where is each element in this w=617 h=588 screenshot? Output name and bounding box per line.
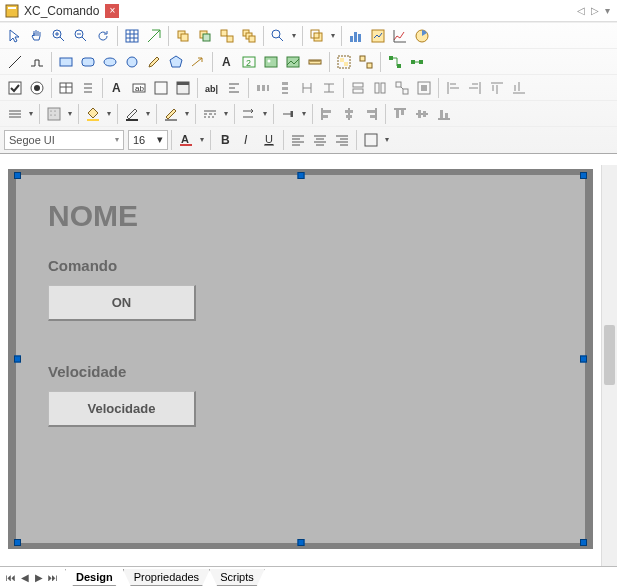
space-v-button[interactable] xyxy=(318,77,340,99)
panel-tool[interactable] xyxy=(172,77,194,99)
tab-next-button[interactable]: ▶ xyxy=(32,572,46,583)
design-canvas[interactable]: NOME Comando ON Velocidade Velocidade xyxy=(8,169,593,549)
zoom-out-button[interactable] xyxy=(70,25,92,47)
vertical-scrollbar[interactable] xyxy=(601,165,617,566)
center-in-form-button[interactable] xyxy=(413,77,435,99)
borders-dropdown[interactable]: ▾ xyxy=(382,135,392,144)
line-color-button[interactable] xyxy=(121,103,143,125)
tab-menu-button[interactable]: ▾ xyxy=(605,5,610,16)
align-button-2[interactable] xyxy=(464,77,486,99)
back-color-dropdown[interactable]: ▾ xyxy=(182,109,192,118)
end-cap-dropdown[interactable]: ▾ xyxy=(299,109,309,118)
selection-handle[interactable] xyxy=(580,356,587,363)
dash-style-button[interactable] xyxy=(199,103,221,125)
tab-design[interactable]: Design xyxy=(65,569,124,586)
align-text-tool[interactable] xyxy=(223,77,245,99)
arrow-style-dropdown[interactable]: ▾ xyxy=(260,109,270,118)
velocidade-button[interactable]: Velocidade xyxy=(48,391,196,427)
velocidade-label[interactable]: Velocidade xyxy=(48,363,126,380)
borders-button[interactable] xyxy=(360,129,382,151)
align-button-4[interactable] xyxy=(508,77,530,99)
on-button[interactable]: ON xyxy=(48,285,196,321)
connector-tool[interactable] xyxy=(384,51,406,73)
tab-scripts[interactable]: Scripts xyxy=(209,569,265,586)
pattern-button[interactable] xyxy=(43,103,65,125)
line-style-button[interactable] xyxy=(4,103,26,125)
align-right-text-button[interactable] xyxy=(331,129,353,151)
same-width-button[interactable] xyxy=(347,77,369,99)
align-left-obj-button[interactable] xyxy=(316,103,338,125)
align-button-3[interactable] xyxy=(486,77,508,99)
selection-handle[interactable] xyxy=(297,172,304,179)
pattern-dropdown[interactable]: ▾ xyxy=(65,109,75,118)
copy-button[interactable] xyxy=(172,25,194,47)
prev-tab-button[interactable]: ◁ xyxy=(577,5,585,16)
font-color-button[interactable]: A xyxy=(175,129,197,151)
cascade-button[interactable] xyxy=(238,25,260,47)
duplicate-button[interactable] xyxy=(216,25,238,47)
same-height-button[interactable] xyxy=(369,77,391,99)
ungroup-button[interactable] xyxy=(355,51,377,73)
fill-color-dropdown[interactable]: ▾ xyxy=(104,109,114,118)
underline-button[interactable]: U xyxy=(258,129,280,151)
tab-first-button[interactable]: ⏮ xyxy=(4,572,18,583)
selection-handle[interactable] xyxy=(14,356,21,363)
checkbox-tool[interactable] xyxy=(4,77,26,99)
end-cap-button[interactable] xyxy=(277,103,299,125)
align-top-obj-button[interactable] xyxy=(389,103,411,125)
refresh-button[interactable] xyxy=(92,25,114,47)
order-dropdown[interactable]: ▾ xyxy=(328,31,338,40)
label-tool[interactable]: A xyxy=(106,77,128,99)
frame-tool[interactable] xyxy=(150,77,172,99)
edit-text-tool[interactable]: ab| xyxy=(201,77,223,99)
back-color-button[interactable] xyxy=(160,103,182,125)
scrollbar-thumb[interactable] xyxy=(604,325,615,385)
distribute-v-button[interactable] xyxy=(274,77,296,99)
fill-color-button[interactable] xyxy=(82,103,104,125)
zoom-tool[interactable] xyxy=(267,25,289,47)
number-tool[interactable]: 2 xyxy=(238,51,260,73)
pan-tool[interactable] xyxy=(26,25,48,47)
textbox-tool[interactable]: ab xyxy=(128,77,150,99)
rounded-rect-tool[interactable] xyxy=(77,51,99,73)
next-tab-button[interactable]: ▷ xyxy=(591,5,599,16)
bring-front-button[interactable] xyxy=(306,25,328,47)
italic-button[interactable]: I xyxy=(236,129,258,151)
align-left-text-button[interactable] xyxy=(287,129,309,151)
circle-tool[interactable] xyxy=(121,51,143,73)
dash-style-dropdown[interactable]: ▾ xyxy=(221,109,231,118)
pointer-tool[interactable] xyxy=(4,25,26,47)
distribute-h-button[interactable] xyxy=(252,77,274,99)
font-name-combo[interactable]: Segoe UI ▾ xyxy=(4,130,124,150)
ellipse-tool[interactable] xyxy=(99,51,121,73)
tab-last-button[interactable]: ⏭ xyxy=(46,572,60,583)
zoom-tool-dropdown[interactable]: ▾ xyxy=(289,31,299,40)
font-size-combo[interactable]: 16 ▾ xyxy=(128,130,168,150)
design-canvas-viewport[interactable]: NOME Comando ON Velocidade Velocidade xyxy=(0,165,601,566)
bold-button[interactable]: B xyxy=(214,129,236,151)
image-tool[interactable] xyxy=(260,51,282,73)
arrow-style-button[interactable] xyxy=(238,103,260,125)
link-tool[interactable] xyxy=(406,51,428,73)
paste-button[interactable] xyxy=(194,25,216,47)
polygon-tool[interactable] xyxy=(165,51,187,73)
line-tool[interactable] xyxy=(4,51,26,73)
selection-handle[interactable] xyxy=(297,539,304,546)
radio-tool[interactable] xyxy=(26,77,48,99)
align-right-obj-button[interactable] xyxy=(360,103,382,125)
align-bottom-obj-button[interactable] xyxy=(433,103,455,125)
selection-handle[interactable] xyxy=(580,172,587,179)
align-middle-obj-button[interactable] xyxy=(411,103,433,125)
polyline-tool[interactable] xyxy=(26,51,48,73)
same-size-button[interactable] xyxy=(391,77,413,99)
align-center-obj-button[interactable] xyxy=(338,103,360,125)
table-tool[interactable] xyxy=(55,77,77,99)
arrow-tool[interactable] xyxy=(187,51,209,73)
comando-label[interactable]: Comando xyxy=(48,257,117,274)
selected-panel[interactable]: NOME Comando ON Velocidade Velocidade xyxy=(16,175,585,543)
chart-blue-button[interactable] xyxy=(345,25,367,47)
title-label[interactable]: NOME xyxy=(48,199,138,233)
group-button[interactable] xyxy=(333,51,355,73)
selection-handle[interactable] xyxy=(14,172,21,179)
font-color-dropdown[interactable]: ▾ xyxy=(197,135,207,144)
